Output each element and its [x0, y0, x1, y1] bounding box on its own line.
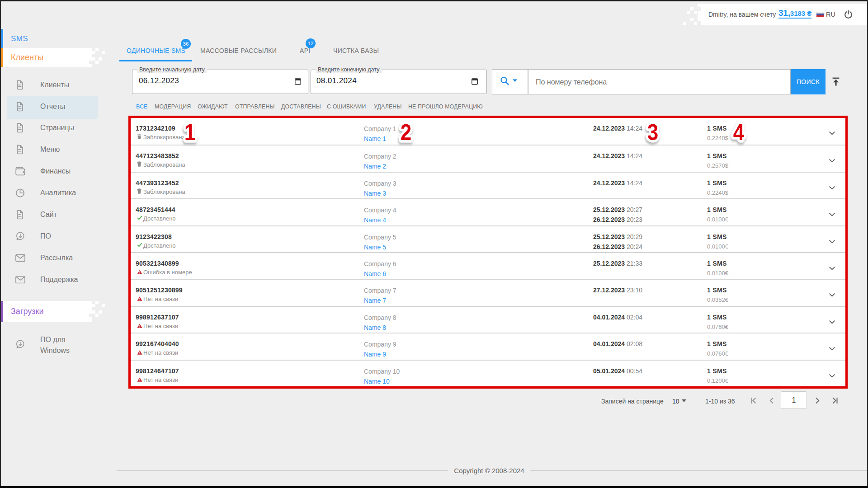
svg-text:2: 2	[401, 119, 411, 145]
svg-text:3: 3	[647, 119, 658, 145]
svg-text:4: 4	[733, 119, 744, 145]
svg-text:1: 1	[184, 119, 195, 145]
